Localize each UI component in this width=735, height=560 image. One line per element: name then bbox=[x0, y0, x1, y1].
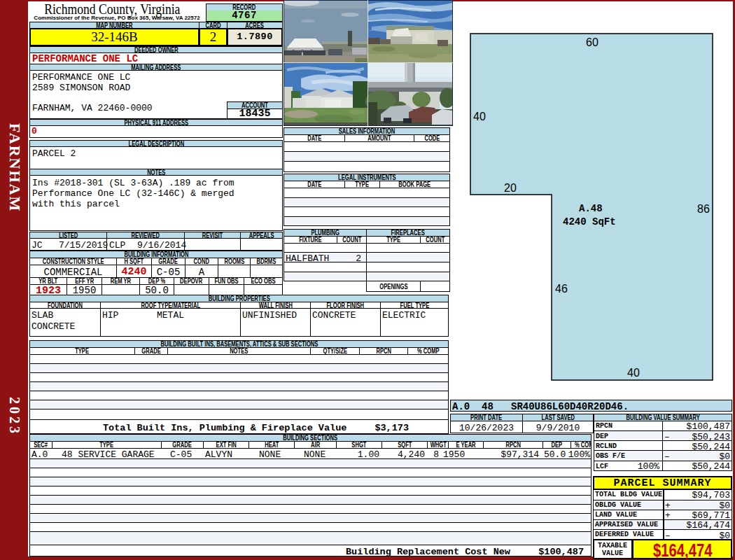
svg-text:40: 40 bbox=[473, 111, 486, 122]
svg-text:60: 60 bbox=[586, 36, 598, 48]
svg-text:4240 SqFt: 4240 SqFt bbox=[563, 216, 616, 227]
svg-text:46: 46 bbox=[555, 283, 568, 295]
svg-text:86: 86 bbox=[697, 203, 710, 215]
svg-text:A.48: A.48 bbox=[579, 203, 603, 214]
svg-text:20: 20 bbox=[504, 182, 517, 194]
svg-text:40: 40 bbox=[627, 367, 640, 379]
